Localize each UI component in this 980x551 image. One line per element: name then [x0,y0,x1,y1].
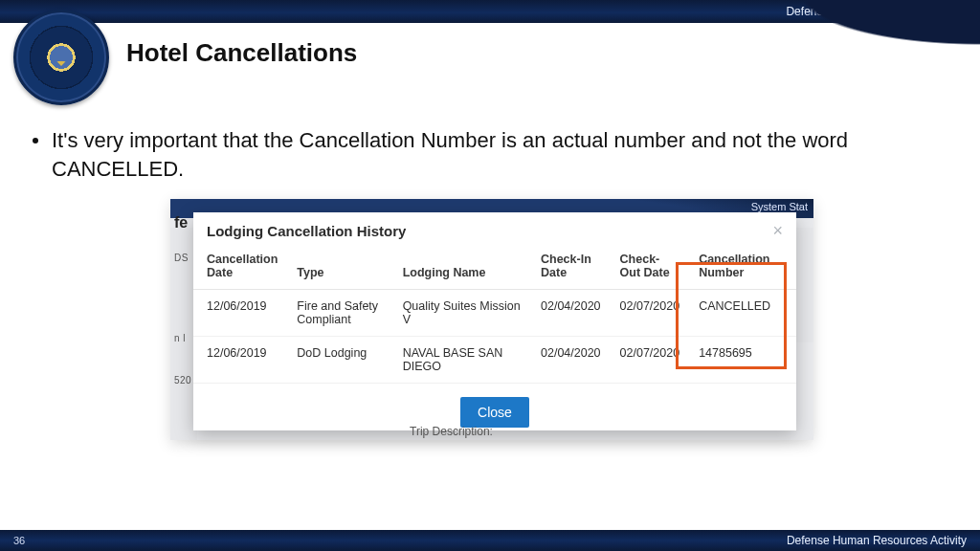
page-number: 36 [13,535,25,546]
col-type: Type [287,247,392,290]
close-button[interactable]: Close [460,397,529,428]
cell-lodging-name: NAVAL BASE SAN DIEGO [393,337,531,384]
col-cancel-no: Cancellation Number [689,247,796,290]
cell-cancel-no: CANCELLED [689,290,796,337]
close-icon[interactable]: × [772,222,783,239]
embedded-screenshot: fe System Stat DS n l 520 Lodging Cancel… [170,199,813,440]
modal-title: Lodging Cancellation History [207,223,406,239]
col-checkin: Check-In Date [531,247,611,290]
cell-type: Fire and Safety Compliant [287,290,392,337]
cell-cancel-no: 14785695 [689,337,796,384]
bullet-item: It's very important that the Cancellatio… [33,126,938,183]
footer-swoop [0,496,980,534]
footer-activity: Defense Human Resources Activity [787,534,967,547]
cell-lodging-name: Quality Suites Mission V [393,290,531,337]
screenshot-frag-a: DS [174,253,189,263]
trip-description-label: Trip Description: [410,425,493,438]
header-bar: Defense Travel Management Office [0,0,980,23]
screenshot-frag-c: 520 [174,375,191,386]
bullet-dot-icon [33,138,38,143]
page-title: Hotel Cancellations [126,38,357,68]
bullet-text: It's very important that the Cancellatio… [52,126,938,183]
bullet-list: It's very important that the Cancellatio… [33,126,938,183]
col-checkout: Check-Out Date [611,247,690,290]
cancellation-history-modal: Lodging Cancellation History × Cancellat… [193,212,796,430]
cancellation-table: Cancellation Date Type Lodging Name Chec… [193,247,796,384]
table-header-row: Cancellation Date Type Lodging Name Chec… [193,247,796,290]
col-cancel-date: Cancellation Date [193,247,287,290]
table-row: 12/06/2019 Fire and Safety Compliant Qua… [193,290,796,337]
screenshot-right-stub [796,228,813,342]
cell-checkin: 02/04/2020 [531,337,611,384]
table-row: 12/06/2019 DoD Lodging NAVAL BASE SAN DI… [193,337,796,384]
col-lodging-name: Lodging Name [393,247,531,290]
seal-wings-icon [28,40,95,75]
modal-footer: Close [193,384,796,443]
cell-cancel-date: 12/06/2019 [193,337,287,384]
footer-bar: 36 Defense Human Resources Activity [0,530,980,551]
screenshot-frag-b: n l [174,333,186,343]
dtmo-seal-icon [13,10,109,105]
screenshot-system-status: System Stat [751,201,808,212]
cell-type: DoD Lodging [287,337,392,384]
cell-checkout: 02/07/2020 [611,290,690,337]
cell-cancel-date: 12/06/2019 [193,290,287,337]
modal-header: Lodging Cancellation History × [193,212,796,247]
cell-checkout: 02/07/2020 [611,337,690,384]
header-org: Defense Travel Management Office [786,5,967,18]
cell-checkin: 02/04/2020 [531,290,611,337]
